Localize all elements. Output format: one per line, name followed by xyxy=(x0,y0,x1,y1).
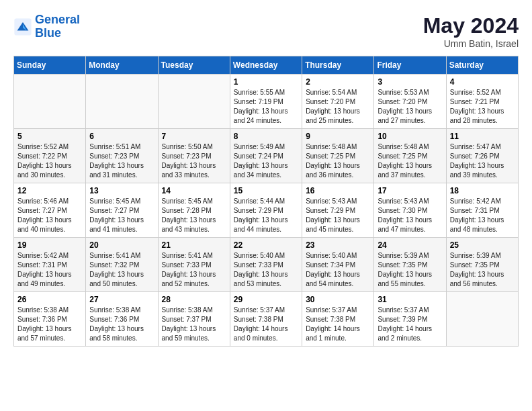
day-number: 2 xyxy=(306,77,370,87)
day-number: 15 xyxy=(234,186,298,195)
day-info: Sunrise: 5:43 AM Sunset: 7:30 PM Dayligh… xyxy=(378,197,442,234)
calendar-day-23: 23Sunrise: 5:40 AM Sunset: 7:34 PM Dayli… xyxy=(302,238,374,292)
calendar-day-1: 1Sunrise: 5:55 AM Sunset: 7:19 PM Daylig… xyxy=(230,75,302,129)
calendar-empty-cell xyxy=(86,75,158,129)
weekday-header-friday: Friday xyxy=(374,56,446,75)
weekday-header-row: SundayMondayTuesdayWednesdayThursdayFrid… xyxy=(14,56,519,75)
day-number: 5 xyxy=(17,132,82,141)
day-info: Sunrise: 5:52 AM Sunset: 7:22 PM Dayligh… xyxy=(17,142,82,180)
calendar-day-12: 12Sunrise: 5:46 AM Sunset: 7:27 PM Dayli… xyxy=(14,183,86,238)
day-info: Sunrise: 5:55 AM Sunset: 7:19 PM Dayligh… xyxy=(234,88,298,126)
day-number: 18 xyxy=(450,186,515,195)
day-number: 24 xyxy=(378,240,442,250)
day-number: 30 xyxy=(306,295,370,304)
calendar-week-3: 12Sunrise: 5:46 AM Sunset: 7:27 PM Dayli… xyxy=(14,183,519,238)
calendar-day-20: 20Sunrise: 5:41 AM Sunset: 7:32 PM Dayli… xyxy=(86,238,158,292)
day-info: Sunrise: 5:48 AM Sunset: 7:25 PM Dayligh… xyxy=(378,142,442,180)
location: Umm Batin, Israel xyxy=(423,38,519,49)
weekday-header-tuesday: Tuesday xyxy=(158,56,230,75)
day-info: Sunrise: 5:40 AM Sunset: 7:34 PM Dayligh… xyxy=(306,251,370,289)
day-number: 11 xyxy=(450,132,515,141)
day-info: Sunrise: 5:45 AM Sunset: 7:28 PM Dayligh… xyxy=(162,197,226,234)
day-info: Sunrise: 5:39 AM Sunset: 7:35 PM Dayligh… xyxy=(450,251,515,289)
calendar-day-9: 9Sunrise: 5:48 AM Sunset: 7:25 PM Daylig… xyxy=(302,129,374,183)
day-info: Sunrise: 5:37 AM Sunset: 7:38 PM Dayligh… xyxy=(234,306,298,343)
calendar-day-29: 29Sunrise: 5:37 AM Sunset: 7:38 PM Dayli… xyxy=(230,292,302,347)
day-number: 3 xyxy=(378,77,442,87)
calendar-day-14: 14Sunrise: 5:45 AM Sunset: 7:28 PM Dayli… xyxy=(158,183,230,238)
day-number: 13 xyxy=(89,186,154,195)
calendar-table: SundayMondayTuesdayWednesdayThursdayFrid… xyxy=(13,56,519,347)
calendar-empty-cell xyxy=(446,292,518,347)
calendar-day-8: 8Sunrise: 5:49 AM Sunset: 7:24 PM Daylig… xyxy=(230,129,302,183)
page-header: General Blue May 2024 Umm Batin, Israel xyxy=(13,13,519,49)
logo-line1: General xyxy=(35,13,80,26)
day-info: Sunrise: 5:40 AM Sunset: 7:33 PM Dayligh… xyxy=(234,251,298,289)
calendar-week-5: 26Sunrise: 5:38 AM Sunset: 7:36 PM Dayli… xyxy=(14,292,519,347)
calendar-day-10: 10Sunrise: 5:48 AM Sunset: 7:25 PM Dayli… xyxy=(374,129,446,183)
calendar-day-19: 19Sunrise: 5:42 AM Sunset: 7:31 PM Dayli… xyxy=(14,238,86,292)
calendar-day-7: 7Sunrise: 5:50 AM Sunset: 7:23 PM Daylig… xyxy=(158,129,230,183)
calendar-day-2: 2Sunrise: 5:54 AM Sunset: 7:20 PM Daylig… xyxy=(302,75,374,129)
calendar-day-5: 5Sunrise: 5:52 AM Sunset: 7:22 PM Daylig… xyxy=(14,129,86,183)
day-info: Sunrise: 5:43 AM Sunset: 7:29 PM Dayligh… xyxy=(306,197,370,234)
day-info: Sunrise: 5:41 AM Sunset: 7:32 PM Dayligh… xyxy=(89,251,154,289)
logo-line2: Blue xyxy=(35,26,61,40)
calendar-day-17: 17Sunrise: 5:43 AM Sunset: 7:30 PM Dayli… xyxy=(374,183,446,238)
day-number: 1 xyxy=(234,77,298,87)
calendar-day-24: 24Sunrise: 5:39 AM Sunset: 7:35 PM Dayli… xyxy=(374,238,446,292)
day-info: Sunrise: 5:42 AM Sunset: 7:31 PM Dayligh… xyxy=(450,197,515,234)
title-block: May 2024 Umm Batin, Israel xyxy=(423,13,519,49)
weekday-header-sunday: Sunday xyxy=(14,56,86,75)
day-info: Sunrise: 5:44 AM Sunset: 7:29 PM Dayligh… xyxy=(234,197,298,234)
calendar-day-21: 21Sunrise: 5:41 AM Sunset: 7:33 PM Dayli… xyxy=(158,238,230,292)
logo-text: General Blue xyxy=(35,13,80,40)
day-info: Sunrise: 5:42 AM Sunset: 7:31 PM Dayligh… xyxy=(17,251,82,289)
calendar-day-26: 26Sunrise: 5:38 AM Sunset: 7:36 PM Dayli… xyxy=(14,292,86,347)
month-title: May 2024 xyxy=(423,13,519,38)
day-number: 17 xyxy=(378,186,442,195)
day-number: 20 xyxy=(89,240,154,250)
logo-icon xyxy=(13,17,32,36)
calendar-day-11: 11Sunrise: 5:47 AM Sunset: 7:26 PM Dayli… xyxy=(446,129,518,183)
day-info: Sunrise: 5:54 AM Sunset: 7:20 PM Dayligh… xyxy=(306,88,370,126)
calendar-day-31: 31Sunrise: 5:37 AM Sunset: 7:39 PM Dayli… xyxy=(374,292,446,347)
day-info: Sunrise: 5:52 AM Sunset: 7:21 PM Dayligh… xyxy=(450,88,515,126)
day-info: Sunrise: 5:37 AM Sunset: 7:38 PM Dayligh… xyxy=(306,306,370,343)
day-info: Sunrise: 5:37 AM Sunset: 7:39 PM Dayligh… xyxy=(378,306,442,343)
day-info: Sunrise: 5:38 AM Sunset: 7:36 PM Dayligh… xyxy=(17,306,82,343)
weekday-header-saturday: Saturday xyxy=(446,56,518,75)
weekday-header-thursday: Thursday xyxy=(302,56,374,75)
calendar-day-3: 3Sunrise: 5:53 AM Sunset: 7:20 PM Daylig… xyxy=(374,75,446,129)
day-number: 4 xyxy=(450,77,515,87)
day-info: Sunrise: 5:46 AM Sunset: 7:27 PM Dayligh… xyxy=(17,197,82,234)
day-number: 28 xyxy=(162,295,226,304)
day-number: 22 xyxy=(234,240,298,250)
day-number: 7 xyxy=(162,132,226,141)
calendar-day-16: 16Sunrise: 5:43 AM Sunset: 7:29 PM Dayli… xyxy=(302,183,374,238)
weekday-header-monday: Monday xyxy=(86,56,158,75)
day-number: 16 xyxy=(306,186,370,195)
calendar-day-18: 18Sunrise: 5:42 AM Sunset: 7:31 PM Dayli… xyxy=(446,183,518,238)
day-number: 25 xyxy=(450,240,515,250)
day-info: Sunrise: 5:48 AM Sunset: 7:25 PM Dayligh… xyxy=(306,142,370,180)
day-number: 6 xyxy=(89,132,154,141)
day-info: Sunrise: 5:49 AM Sunset: 7:24 PM Dayligh… xyxy=(234,142,298,180)
logo: General Blue xyxy=(13,13,80,40)
calendar-empty-cell xyxy=(14,75,86,129)
calendar-week-1: 1Sunrise: 5:55 AM Sunset: 7:19 PM Daylig… xyxy=(14,75,519,129)
day-number: 14 xyxy=(162,186,226,195)
day-info: Sunrise: 5:50 AM Sunset: 7:23 PM Dayligh… xyxy=(162,142,226,180)
day-info: Sunrise: 5:53 AM Sunset: 7:20 PM Dayligh… xyxy=(378,88,442,126)
calendar-day-13: 13Sunrise: 5:45 AM Sunset: 7:27 PM Dayli… xyxy=(86,183,158,238)
calendar-week-4: 19Sunrise: 5:42 AM Sunset: 7:31 PM Dayli… xyxy=(14,238,519,292)
day-number: 19 xyxy=(17,240,82,250)
calendar-day-27: 27Sunrise: 5:38 AM Sunset: 7:36 PM Dayli… xyxy=(86,292,158,347)
calendar-empty-cell xyxy=(158,75,230,129)
day-info: Sunrise: 5:45 AM Sunset: 7:27 PM Dayligh… xyxy=(89,197,154,234)
calendar-day-25: 25Sunrise: 5:39 AM Sunset: 7:35 PM Dayli… xyxy=(446,238,518,292)
calendar-day-28: 28Sunrise: 5:38 AM Sunset: 7:37 PM Dayli… xyxy=(158,292,230,347)
day-info: Sunrise: 5:51 AM Sunset: 7:23 PM Dayligh… xyxy=(89,142,154,180)
day-number: 10 xyxy=(378,132,442,141)
day-number: 9 xyxy=(306,132,370,141)
